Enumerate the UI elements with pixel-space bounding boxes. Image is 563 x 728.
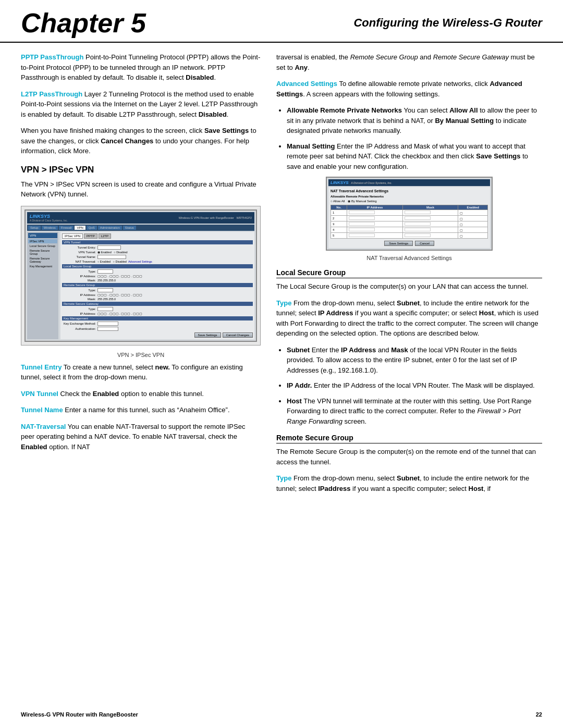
tab-l2tp[interactable]: L2TP [99,233,111,239]
advanced-label: Advanced Settings [276,80,337,88]
row5-ip[interactable] [347,233,403,239]
row5-enabled[interactable]: ▢ [458,233,488,239]
sub-ipsec[interactable]: IPSec VPN [28,239,57,243]
pptp-end: . [214,73,216,81]
router-top-right: Wireless-G VPN Router with RangeBooster … [179,216,252,219]
row4-no: 4 [331,227,347,233]
auth-label: Authentication: [62,327,96,330]
local-mask-label: Mask: [62,279,96,282]
local-ip-fields[interactable]: ▢▢▢ . ▢▢▢ . ▢▢▢ . ▢▢▢ [97,275,142,278]
row4-mask[interactable] [402,227,458,233]
row5-no: 5 [331,233,347,239]
tunnel-entry-row: Tunnel Entry: [62,245,253,250]
traversal-mid: and [418,53,433,61]
nat-cancel-btn[interactable]: Cancel [415,241,434,246]
router-tagline: A Division of Cisco Systems, Inc. [30,219,68,222]
bullet-ipaddr-label: IP Addr. [287,381,312,389]
table-row: 3 ▢ [331,221,488,227]
radio-allow-all[interactable]: ○ Allow All [331,200,345,203]
nat-traversal-bold: Enabled [21,443,47,451]
advanced-link[interactable]: Advanced Settings [128,260,152,263]
bullet-allowable-bold1: Allow All [449,106,478,114]
sub-local[interactable]: Local Secure Group [28,244,57,248]
row2-mask[interactable] [402,216,458,221]
when-text: When you have finished making changes to… [21,127,204,134]
tunnel-entry-field[interactable] [97,245,121,250]
local-secure-heading: Local Secure Group [276,268,542,278]
nav-vpn[interactable]: VPN [75,226,85,230]
bullet-allowable-text: You can select [403,106,449,114]
advanced-bullets: Allowable Remote Private Networks You ca… [287,105,542,171]
nav-setup[interactable]: Setup [28,226,41,230]
remote-type-field[interactable] [97,288,113,292]
auth-field[interactable] [97,327,118,331]
sub-gateway[interactable]: Remote Secure Gateway [28,256,57,264]
nav-wireless[interactable]: Wireless [42,226,58,230]
radio-manual[interactable]: ◉ By Manual Setting [348,199,376,203]
nat-traversal-label: NAT Traversal: [62,260,96,263]
bullet-host-label: Host [287,397,302,405]
nav-qos[interactable]: QoS [87,226,97,230]
local-type-label: Type: [62,270,96,273]
exchange-field[interactable] [97,322,118,326]
row4-ip[interactable] [347,227,403,233]
row5-mask[interactable] [402,233,458,239]
table-row: 1 ▢ [331,210,488,216]
left-column: PPTP PassThrough Point-to-Point Tunnelin… [21,52,261,500]
enabled-radio[interactable]: ◉ Enabled ○ Disabled [97,251,128,254]
row3-ip[interactable] [347,221,403,227]
tab-pptp[interactable]: PPTP [84,233,97,239]
type-text: From the drop-down menu, select [291,299,397,307]
type2-mid2: if you want a specific computer; select [350,485,468,492]
remote-secure-intro: The Remote Secure Group is the computer(… [276,447,542,467]
save-btn[interactable]: Save Settings [194,332,221,338]
type-bullets: Subnet Enter the IP Address and Mask of … [287,345,542,427]
nat-traversal-label-text: NAT-Traversal [21,423,66,430]
row1-ip[interactable] [347,210,403,216]
advanced-end: . A screen appears with the following se… [303,90,439,98]
row3-mask[interactable] [402,221,458,227]
type-mid2: if you want a specific computer; or sele… [353,309,479,317]
local-type-row: Type: [62,269,253,274]
table-row: 2 ▢ [331,216,488,221]
cancel-btn[interactable]: Cancel Changes [223,332,253,338]
chapter-subtitle: Configuring the Wireless-G Router [353,16,542,30]
sidebar-vpn[interactable]: VPN [28,233,57,238]
remote-mask-value: 255.255.255.0 [97,298,116,301]
nav-administration[interactable]: Administration [98,226,122,230]
remote-mask-label: Mask: [62,298,96,301]
l2tp-label: L2TP PassThrough [21,90,82,98]
nav-status[interactable]: Status [123,226,136,230]
row3-enabled[interactable]: ▢ [458,221,488,227]
when-paragraph: When you have finished making changes to… [21,126,261,156]
row4-enabled[interactable]: ▢ [458,227,488,233]
vpn-tunnel-label: VPN Tunnel: [62,251,96,254]
sub-remote[interactable]: Remote Secure Group [28,249,57,256]
pptp-paragraph: PPTP PassThrough Point-to-Point Tunnelin… [21,52,261,83]
advanced-para: Advanced Settings To define allowable re… [276,79,542,99]
row2-enabled[interactable]: ▢ [458,216,488,221]
gateway-type-field[interactable] [97,307,113,311]
l2tp-bold: Disabled [199,110,227,118]
main-content: PPTP PassThrough Point-to-Point Tunnelin… [0,52,563,500]
sub-key[interactable]: Key Management [28,264,57,268]
button-row: Save Settings Cancel Changes [62,332,253,338]
gateway-ip-fields[interactable]: ▢▢▢ . ▢▢▢ . ▢▢▢ . ▢▢▢ [97,312,142,315]
tab-ipsec[interactable]: IPSec VPN [62,233,83,239]
remote-ip-fields[interactable]: ▢▢▢ . ▢▢▢ . ▢▢▢ . ▢▢▢ [97,293,142,297]
nat-save-btn[interactable]: Save Settings [384,241,413,246]
nat-radio[interactable]: ○ Enabled ○ Disabled [97,260,127,263]
col-mask: Mask [402,205,458,210]
row1-enabled[interactable]: ▢ [458,210,488,216]
nav-firewall[interactable]: Firewall [59,226,74,230]
type-bold1: Subnet [397,299,420,307]
bullet-subnet-bold1: IP Address [341,346,376,354]
row1-mask[interactable] [402,210,458,216]
tunnel-name-field[interactable] [97,255,126,259]
tunnel-entry-text: To create a new tunnel, select [62,363,155,371]
bullet-subnet: Subnet Enter the IP Address and Mask of … [287,345,542,376]
row2-ip[interactable] [347,216,403,221]
local-type-field[interactable] [97,269,113,274]
local-mask-row: Mask: 255.255.255.0 [62,279,253,282]
remote-ip-row: IP Address: ▢▢▢ . ▢▢▢ . ▢▢▢ . ▢▢▢ [62,293,253,297]
